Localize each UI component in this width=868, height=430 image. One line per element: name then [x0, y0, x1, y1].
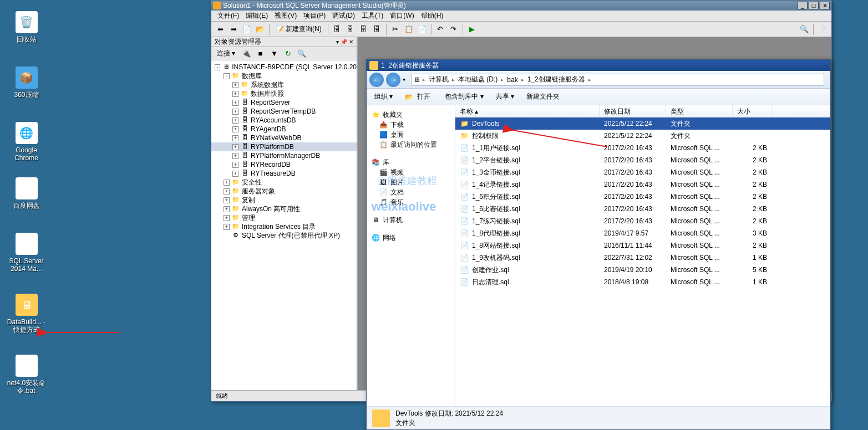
tb-db4-icon[interactable]: 🗄 [371, 23, 383, 35]
tree-node[interactable]: +🗄ReportServerTempDB [211, 107, 357, 116]
oe-disconnect-icon[interactable]: 🔌 [240, 48, 252, 60]
menu-item[interactable]: 视图(V) [271, 10, 300, 22]
tb-redo-icon[interactable]: ↷ [448, 23, 460, 35]
object-explorer-tree[interactable]: -🖥INSTANCE-B9PCDE (SQL Server 12.0.20-📁数… [211, 60, 357, 390]
breadcrumb-item[interactable]: 1_2创建链接服务器 [526, 74, 586, 85]
expand-toggle[interactable]: + [224, 197, 230, 203]
expand-toggle[interactable]: + [224, 224, 230, 230]
file-row[interactable]: 📁控制权限2021/5/12 22:24文件夹 [455, 130, 830, 142]
sidebar-item[interactable]: 🎬视频 [369, 167, 453, 177]
sidebar-item[interactable]: 📄文档 [369, 187, 453, 197]
expand-toggle[interactable]: + [232, 162, 238, 168]
desktop-icon[interactable]: 📦360压缩 [6, 66, 47, 99]
tb-db3-icon[interactable]: 🗄 [358, 23, 370, 35]
tree-node[interactable]: +📁安全性 [211, 178, 357, 187]
explorer-titlebar[interactable]: 1_2创建链接服务器 [367, 60, 830, 71]
nav-forward-button[interactable]: → [386, 73, 400, 87]
organize-button[interactable]: 组织 ▾ [372, 90, 395, 103]
menu-item[interactable]: 帮助(H) [418, 10, 447, 22]
menu-item[interactable]: 工具(T) [358, 10, 387, 22]
file-row[interactable]: 📄1_8网站链接.sql2016/11/1 11:44Microsoft SQL… [455, 239, 830, 252]
tb-play-icon[interactable]: ▶ [466, 23, 478, 35]
expand-toggle[interactable]: + [232, 109, 238, 115]
sidebar-group[interactable]: 🖥计算机 [369, 215, 453, 225]
file-row[interactable]: 📄1_7练习链接.sql2017/2/20 16:43Microsoft SQL… [455, 215, 830, 227]
include-button[interactable]: 包含到库中 ▾ [443, 90, 485, 103]
column-header[interactable]: 修改日期 [600, 105, 666, 117]
file-row[interactable]: 📄1_9改机器码.sql2022/7/31 12:02Microsoft SQL… [455, 252, 830, 264]
tree-node[interactable]: +🗄RYAgentDB [211, 125, 357, 134]
nav-history-dropdown[interactable]: ▾ [403, 76, 405, 83]
sidebar-item[interactable]: 🟦桌面 [369, 130, 453, 140]
desktop-icon[interactable]: ☁百度网盘 [6, 177, 47, 209]
tree-node[interactable]: +📁系统数据库 [211, 80, 357, 89]
file-row[interactable]: 📄1_6比赛链接.sql2017/2/20 16:43Microsoft SQL… [455, 203, 830, 215]
expand-toggle[interactable]: + [224, 215, 230, 221]
tb-paste-icon[interactable]: 📄 [416, 23, 428, 35]
sidebar-item[interactable]: 📋最近访问的位置 [369, 140, 453, 150]
expand-toggle[interactable]: + [232, 117, 238, 124]
open-button[interactable]: 📂 打开 [403, 89, 435, 105]
tb-open-icon[interactable]: 📂 [254, 23, 266, 35]
maximize-button[interactable]: □ [809, 2, 819, 9]
expand-toggle[interactable]: + [232, 126, 238, 132]
file-row[interactable]: 📄1_3金币链接.sql2017/2/20 16:43Microsoft SQL… [455, 166, 830, 178]
file-row[interactable]: 📄1_2平台链接.sql2017/2/20 16:43Microsoft SQL… [455, 154, 830, 166]
tree-node[interactable]: +🗄RYTreasureDB [211, 169, 357, 178]
file-row[interactable]: 📄日志清理.sql2018/4/8 19:08Microsoft SQL ...… [455, 276, 830, 288]
tree-node[interactable]: +📁管理 [211, 213, 357, 222]
connect-button[interactable]: 连接 ▾ [214, 48, 238, 59]
expand-toggle[interactable]: + [232, 144, 238, 150]
desktop-icon[interactable]: 🌐Google Chrome [6, 122, 47, 162]
tb-cut-icon[interactable]: ✂ [389, 23, 402, 35]
tree-node[interactable]: +🗄RYPlatformManagerDB [211, 151, 357, 160]
breadcrumb-item[interactable]: bak [506, 75, 519, 84]
sidebar-item[interactable]: 📥下载 [369, 120, 453, 130]
oe-search-icon[interactable]: 🔍 [296, 48, 308, 60]
ssms-titlebar[interactable]: Solution1 - Microsoft SQL Server Managem… [211, 1, 831, 11]
expand-toggle[interactable]: + [232, 100, 238, 106]
new-query-button[interactable]: 📝 新建查询(N) [272, 23, 325, 35]
tb-copy-icon[interactable]: 📋 [403, 23, 415, 35]
expand-toggle[interactable]: + [232, 82, 238, 88]
sidebar-group[interactable]: ⭐收藏夹 [369, 110, 453, 120]
file-row[interactable]: 📄创建作业.sql2019/4/19 20:10Microsoft SQL ..… [455, 264, 830, 276]
tree-node[interactable]: -🖥INSTANCE-B9PCDE (SQL Server 12.0.20 [211, 63, 357, 71]
desktop-icon[interactable]: ⚙net4.0安装命令.bat [6, 355, 47, 395]
expand-toggle[interactable]: - [224, 73, 230, 79]
tree-node[interactable]: +📁服务器对象 [211, 187, 357, 196]
menu-item[interactable]: 文件(F) [214, 10, 242, 22]
tree-node[interactable]: +🗄RYAccountsDB [211, 116, 357, 125]
tb-help-icon[interactable]: ❔ [816, 23, 829, 35]
file-row[interactable]: 📄1_5积分链接.sql2017/2/20 16:43Microsoft SQL… [455, 191, 830, 203]
breadcrumb-item[interactable]: 本地磁盘 (D:) [457, 74, 499, 85]
expand-toggle[interactable]: + [232, 135, 238, 141]
file-row[interactable]: 📄1_1用户链接.sql2017/2/20 16:43Microsoft SQL… [455, 142, 830, 154]
expand-toggle[interactable]: + [232, 171, 238, 177]
expand-toggle[interactable]: + [224, 206, 230, 212]
tb-db1-icon[interactable]: 🗄 [331, 23, 343, 35]
breadcrumb-item[interactable]: 计算机 [428, 74, 450, 85]
menu-item[interactable]: 项目(P) [300, 10, 329, 22]
tree-node[interactable]: +📁复制 [211, 196, 357, 204]
tree-node[interactable]: +🗄ReportServer [211, 98, 357, 107]
tree-node[interactable]: +📁数据库快照 [211, 89, 357, 98]
nav-back-button[interactable]: ← [369, 73, 384, 87]
oe-refresh-icon[interactable]: ↻ [282, 48, 294, 60]
menu-item[interactable]: 调试(D) [329, 10, 358, 22]
newfolder-button[interactable]: 新建文件夹 [524, 90, 562, 103]
autohide-icon[interactable]: ▾ 📌 ✕ [336, 39, 353, 45]
expand-toggle[interactable] [224, 233, 230, 239]
column-header[interactable]: 类型 [666, 105, 733, 117]
tb-undo-icon[interactable]: ↶ [434, 23, 446, 35]
column-header[interactable]: 名称 ▴ [455, 105, 600, 117]
expand-toggle[interactable]: + [224, 180, 230, 186]
sidebar-group[interactable]: 📚库 [369, 157, 453, 167]
file-list[interactable]: 名称 ▴修改日期类型大小 📁DevTools2021/5/12 22:24文件夹… [455, 105, 830, 406]
minimize-button[interactable]: _ [798, 2, 808, 9]
sidebar-group[interactable]: 🌐网络 [369, 233, 453, 243]
close-button[interactable]: ✕ [820, 2, 830, 9]
tree-node[interactable]: +🗄RYPlatformDB [211, 142, 357, 151]
tb-back-icon[interactable]: ⬅ [214, 23, 226, 35]
expand-toggle[interactable]: + [232, 153, 238, 159]
